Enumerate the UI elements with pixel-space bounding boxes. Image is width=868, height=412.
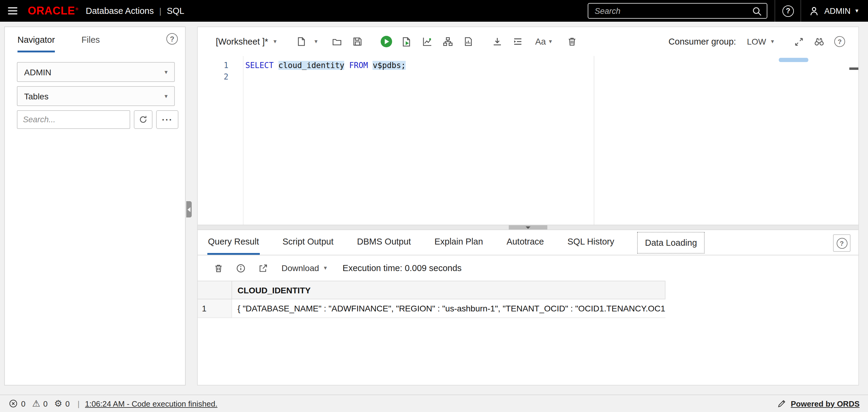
search-icon[interactable] — [752, 6, 762, 16]
column-header[interactable]: CLOUD_IDENTITY — [232, 281, 665, 299]
oracle-logo: ORACLE — [28, 4, 79, 17]
powered-by-ords-link[interactable]: Powered by ORDS — [777, 399, 860, 408]
tab-query-result[interactable]: Query Result — [207, 230, 259, 255]
search-input[interactable] — [589, 6, 752, 15]
download-dropdown[interactable]: Download — [281, 263, 327, 273]
execution-time: Execution time: 0.009 seconds — [343, 263, 462, 273]
tab-dbms-output[interactable]: DBMS Output — [356, 230, 412, 255]
help-icon — [834, 36, 845, 47]
ellipsis-icon — [162, 115, 173, 124]
title-divider: | — [159, 6, 161, 16]
sql-monitor-icon[interactable] — [458, 32, 478, 51]
scrollbar-marker — [849, 67, 858, 70]
tab-autotrace[interactable]: Autotrace — [506, 230, 545, 255]
tab-navigator[interactable]: Navigator — [18, 27, 55, 53]
user-menu[interactable]: ADMIN — [801, 0, 868, 22]
status-bar: 0 ⚠ 0 ⚙ 0 | 1:06:24 AM - Code execution … — [0, 394, 868, 412]
sidebar-search-row — [17, 110, 185, 129]
format-code-icon[interactable] — [507, 32, 528, 51]
tab-script-output[interactable]: Script Output — [282, 230, 334, 255]
font-size-dropdown[interactable]: Aa — [535, 37, 552, 46]
run-statement-button[interactable] — [376, 32, 397, 51]
chevron-down-icon — [771, 39, 774, 44]
object-search-input[interactable] — [17, 110, 130, 129]
warnings-counter[interactable]: ⚠ 0 — [32, 399, 47, 408]
horizontal-scrollbar-thumb[interactable] — [779, 58, 808, 62]
autotrace-icon[interactable] — [438, 32, 458, 51]
line-number-gutter: 1 2 — [198, 56, 244, 225]
sql-identifier: v$pdbs; — [373, 61, 406, 70]
processes-counter[interactable]: ⚙ 0 — [54, 399, 70, 408]
new-worksheet-icon[interactable] — [291, 32, 312, 51]
maximize-icon[interactable] — [788, 32, 809, 51]
splitter-handle[interactable] — [509, 225, 547, 230]
help-button[interactable] — [775, 0, 801, 22]
tab-explain-plan[interactable]: Explain Plan — [434, 230, 484, 255]
sql-keyword: SELECT — [245, 61, 278, 70]
app-title: Database Actions — [86, 6, 154, 16]
app: ORACLE Database Actions | SQL ADMIN Navi… — [0, 0, 868, 412]
gear-icon: ⚙ — [54, 399, 62, 408]
explain-plan-icon[interactable] — [417, 32, 438, 51]
chevron-down-icon — [324, 265, 327, 271]
save-icon[interactable] — [347, 32, 368, 51]
clear-worksheet-icon[interactable] — [561, 32, 582, 51]
new-worksheet-chevron-icon[interactable] — [312, 32, 321, 51]
consumer-group-select[interactable]: LOW — [747, 37, 774, 46]
worksheet-title-dropdown[interactable]: [Worksheet ]* — [216, 37, 277, 46]
help-icon — [166, 33, 178, 44]
process-count: 0 — [65, 399, 70, 408]
result-table: CLOUD_IDENTITY 1 { "DATABASE_NAME" : "AD… — [198, 281, 858, 318]
row-value-cell: { "DATABASE_NAME" : "ADWFINANCE", "REGIO… — [232, 299, 665, 317]
download-data-icon[interactable] — [487, 32, 507, 51]
consumer-group-value: LOW — [747, 37, 766, 46]
global-search — [588, 3, 768, 19]
app-section-sql: SQL — [167, 6, 184, 16]
sidebar-help-button[interactable] — [166, 33, 178, 44]
navigator-panel: Navigator Files ADMIN Tables — [4, 27, 186, 385]
open-file-icon[interactable] — [327, 32, 347, 51]
clear-results-icon[interactable] — [207, 259, 230, 278]
sql-editor: 1 2 SELECT cloud_identity FROM v$pdbs; — [198, 56, 858, 225]
code-area[interactable]: SELECT cloud_identity FROM v$pdbs; — [244, 56, 858, 225]
results-panel: Query Result Script Output DBMS Output E… — [198, 230, 858, 385]
font-size-label: Aa — [535, 37, 546, 46]
panel-splitter[interactable] — [198, 225, 858, 230]
refresh-button[interactable] — [134, 110, 153, 129]
schema-select[interactable]: ADMIN — [17, 62, 175, 82]
results-help-button[interactable] — [833, 234, 850, 252]
sidebar-tabs: Navigator Files — [5, 27, 185, 53]
help-icon — [836, 238, 847, 248]
tab-files[interactable]: Files — [82, 27, 100, 53]
find-binoculars-icon[interactable] — [809, 32, 830, 51]
chevron-down-icon — [164, 93, 167, 99]
info-icon[interactable] — [230, 259, 252, 278]
more-options-button[interactable] — [156, 110, 179, 129]
table-row[interactable]: 1 { "DATABASE_NAME" : "ADWFINANCE", "REG… — [198, 299, 665, 318]
sql-identifier: cloud_identity — [278, 61, 344, 70]
worksheet-toolbar-right: Consumer group: LOW — [669, 32, 850, 51]
panel-collapse-handle[interactable] — [186, 201, 192, 217]
tab-sql-history[interactable]: SQL History — [567, 230, 615, 255]
top-header: ORACLE Database Actions | SQL ADMIN — [0, 0, 868, 22]
tab-data-loading[interactable]: Data Loading — [637, 232, 705, 253]
object-type-select[interactable]: Tables — [17, 86, 175, 106]
sql-keyword: FROM — [344, 61, 373, 70]
errors-counter[interactable]: 0 — [8, 399, 25, 408]
editor-margin-guide — [594, 56, 594, 225]
worksheet-title: [Worksheet ]* — [216, 37, 268, 46]
worksheet-toolbar: [Worksheet ]* — [198, 27, 858, 56]
line-number: 2 — [198, 71, 228, 82]
results-tabs: Query Result Script Output DBMS Output E… — [198, 230, 858, 255]
row-number-cell: 1 — [198, 299, 232, 317]
chevron-down-icon — [274, 39, 277, 44]
run-script-button[interactable] — [397, 32, 417, 51]
worksheet-help-button[interactable] — [830, 32, 850, 51]
warning-triangle-icon: ⚠ — [32, 399, 40, 408]
row-number-header[interactable] — [198, 281, 232, 299]
powered-by-label: Powered by ORDS — [791, 399, 860, 408]
hamburger-menu-icon[interactable] — [0, 0, 25, 22]
open-in-new-window-icon[interactable] — [252, 259, 274, 278]
error-circle-icon — [8, 399, 18, 408]
status-message-link[interactable]: 1:06:24 AM - Code execution finished. — [85, 399, 217, 408]
